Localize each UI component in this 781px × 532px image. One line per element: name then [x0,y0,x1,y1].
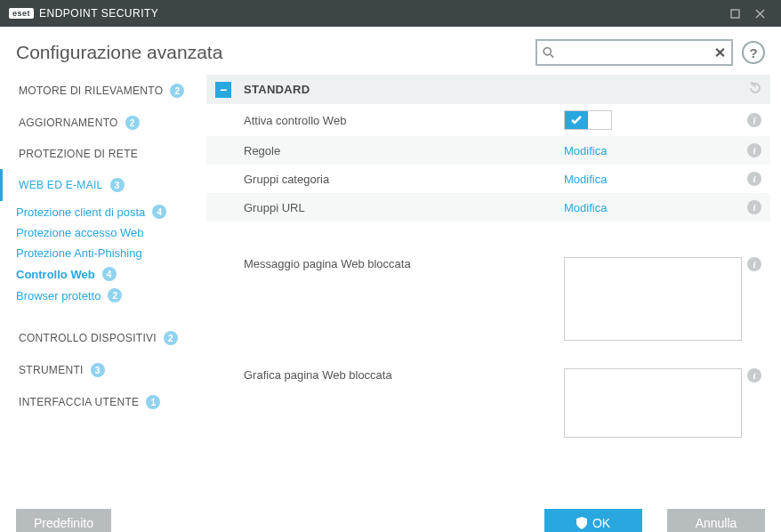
row-blocked-graphic: Grafica pagina Web bloccata i [206,356,770,453]
page-title: Configurazione avanzata [16,42,222,63]
window-close-button[interactable] [747,1,772,26]
brand-text: ENDPOINT SECURITY [39,7,158,20]
svg-line-4 [551,54,554,58]
section-title: STANDARD [244,83,310,96]
sidebar-item-label: CONTROLLO DISPOSITIVI [19,332,157,344]
collapse-button[interactable]: − [215,82,231,98]
undo-icon [747,81,761,95]
sidebar-sub-label: Browser protetto [16,289,101,302]
badge: 2 [125,116,140,130]
sidebar-item-ui[interactable]: INTERFACCIA UTENTE1 [0,386,206,418]
content-panel: − STANDARD Attiva controllo Web i Regole… [206,75,781,491]
sidebar-item-label: MOTORE DI RILEVAMENTO [19,85,163,97]
row-label: Gruppi URL [244,201,564,214]
sidebar-item-label: PROTEZIONE DI RETE [19,148,138,160]
sidebar-sub-protected-browser[interactable]: Browser protetto2 [0,285,206,306]
svg-point-3 [543,48,551,55]
row-label: Attiva controllo Web [244,114,564,127]
sidebar-sub-web-control[interactable]: Controllo Web4 [0,263,206,285]
row-label: Grafica pagina Web bloccata [244,368,564,382]
row-category-groups: Gruppi categoria Modifica i [206,165,770,193]
badge: 2 [164,331,178,345]
info-icon[interactable]: i [747,172,761,186]
badge: 1 [146,395,160,409]
help-button[interactable]: ? [742,41,765,64]
badge: 3 [91,363,105,377]
close-icon [755,9,765,19]
brand: eset ENDPOINT SECURITY [9,7,158,20]
info-icon[interactable]: i [747,200,761,214]
badge: 4 [102,267,117,281]
sidebar-sub-label: Controllo Web [16,268,95,281]
toggle-on [565,111,588,129]
toggle-off [588,111,611,129]
sidebar-item-label: WEB ED E-MAIL [19,179,103,191]
sidebar-item-detection-engine[interactable]: MOTORE DI RILEVAMENTO2 [0,75,206,107]
maximize-icon [730,9,740,19]
sidebar-sub-web-access[interactable]: Protezione accesso Web [0,222,206,243]
search-input[interactable] [560,46,709,60]
sidebar-sub-antiphishing[interactable]: Protezione Anti-Phishing [0,243,206,263]
clear-search-icon[interactable] [714,46,726,59]
svg-rect-0 [731,10,739,18]
window-maximize-button[interactable] [722,1,747,26]
row-label: Gruppi categoria [244,173,564,186]
cancel-button[interactable]: Annulla [667,509,765,532]
sidebar-item-label: INTERFACCIA UTENTE [19,396,139,408]
search-icon [543,46,554,59]
sidebar-sub-label: Protezione accesso Web [16,226,144,239]
row-url-groups: Gruppi URL Modifica i [206,193,770,222]
sidebar-item-device-control[interactable]: CONTROLLO DISPOSITIVI2 [0,322,206,354]
blocked-graphic-textarea[interactable] [564,368,742,438]
edit-rules-link[interactable]: Modifica [564,144,607,157]
sidebar-item-network-protection[interactable]: PROTEZIONE DI RETE [0,139,206,169]
sidebar-item-label: STRUMENTI [19,364,84,376]
row-rules: Regole Modifica i [206,136,770,165]
search-box[interactable] [535,39,733,66]
ok-button[interactable]: OK [544,509,642,532]
info-icon[interactable]: i [747,257,761,271]
badge: 4 [152,205,166,219]
blocked-message-textarea[interactable] [564,257,742,341]
default-button[interactable]: Predefinito [16,509,111,532]
sidebar-item-web-email[interactable]: WEB ED E-MAIL3 [0,169,206,201]
sidebar-sub-label: Protezione client di posta [16,206,145,219]
badge: 3 [110,178,125,192]
row-blocked-message: Messaggio pagina Web bloccata i [206,245,770,356]
row-label: Messaggio pagina Web bloccata [244,257,564,270]
edit-url-groups-link[interactable]: Modifica [564,201,607,214]
info-icon[interactable]: i [747,368,761,383]
sidebar-sub-label: Protezione Anti-Phishing [16,246,142,260]
sidebar-item-update[interactable]: AGGIORNAMENTO2 [0,107,206,139]
shield-icon [576,517,587,529]
sidebar-item-tools[interactable]: STRUMENTI3 [0,354,206,386]
sidebar: MOTORE DI RILEVAMENTO2 AGGIORNAMENTO2 PR… [0,75,206,491]
check-icon [571,116,582,125]
sidebar-sub-email-client[interactable]: Protezione client di posta4 [0,201,206,222]
row-label: Regole [244,144,564,157]
info-icon[interactable]: i [747,113,761,127]
ok-label: OK [592,516,610,530]
section-header: − STANDARD [206,75,770,104]
undo-button[interactable] [747,81,761,98]
edit-category-groups-link[interactable]: Modifica [564,173,607,186]
sidebar-item-label: AGGIORNAMENTO [19,117,118,129]
toggle-enable-web-control[interactable] [564,110,612,130]
badge: 2 [170,84,184,98]
row-enable-web-control: Attiva controllo Web i [206,104,770,136]
brand-logo: eset [9,8,34,19]
info-icon[interactable]: i [747,143,761,157]
badge: 2 [108,288,122,302]
